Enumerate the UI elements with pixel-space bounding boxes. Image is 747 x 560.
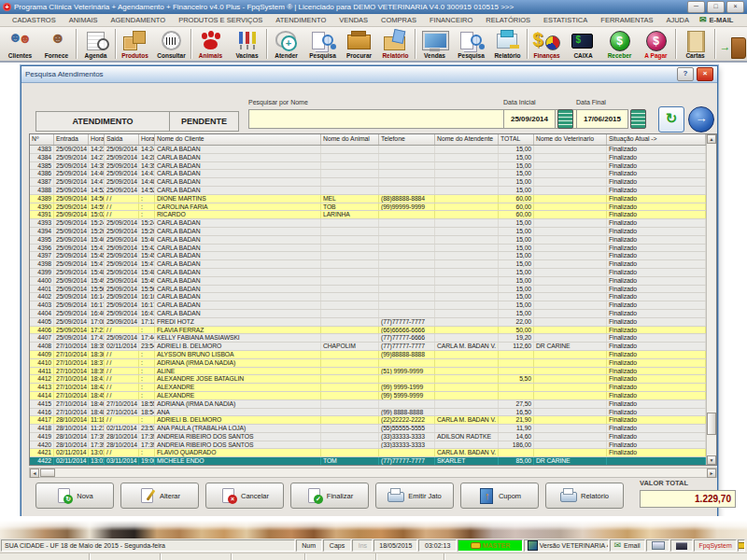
table-row[interactable]: 438525/09/201414:3525/09/201414:35CARLA … (30, 162, 706, 171)
menu-atendimento[interactable]: ATENDIMENTO (269, 16, 332, 24)
column-header[interactable]: Nº (30, 134, 54, 145)
toolbar-procurar-button[interactable]: Procurar (341, 27, 377, 61)
menu-compras[interactable]: COMPRAS (374, 16, 423, 24)
table-row[interactable]: 439425/09/201415:2625/09/201415:26CARLA … (30, 228, 706, 236)
toolbar-relatorio2-button[interactable]: Relatório (489, 27, 526, 61)
calendar-final-button[interactable] (630, 109, 646, 129)
toolbar-receber-button[interactable]: Receber (601, 27, 638, 61)
emitir-button[interactable]: Emitir Jato (375, 483, 454, 509)
hscrollbar-thumb[interactable] (40, 469, 55, 477)
table-row[interactable]: 441828/10/201411:2102/11/201423:53ANA PA… (30, 425, 706, 433)
column-header[interactable]: TOTAL (499, 134, 534, 145)
table-row[interactable]: 441627/10/201418:4827/10/201418:54ANA(99… (30, 409, 706, 417)
toolbar-financas-button[interactable]: Finanças (529, 27, 565, 61)
toolbar-agenda-button[interactable]: Agenda (78, 27, 114, 61)
column-header[interactable]: Nome do Cliente (155, 134, 321, 145)
table-row[interactable]: 439925/09/201415:4825/09/201415:48CARLA … (30, 269, 706, 277)
toolbar-consultar-button[interactable]: Consultar (153, 27, 190, 61)
scroll-down-button[interactable]: ▼ (707, 455, 716, 465)
menu-agendamento[interactable]: AGENDAMENTO (105, 16, 173, 24)
column-header[interactable]: Saida (105, 134, 139, 145)
table-row[interactable]: 441127/10/201418:39/ /:ALINE(51) 9999-99… (30, 368, 706, 376)
table-row[interactable]: 439325/09/201415:2425/09/201415:24CARLA … (30, 219, 706, 228)
menu-vendas[interactable]: VENDAS (332, 16, 374, 24)
refresh-button[interactable]: ↻ (658, 106, 684, 133)
menu-email[interactable]: E-MAIL (696, 16, 733, 24)
scroll-right-button[interactable]: ► (707, 469, 716, 478)
vertical-scrollbar[interactable]: ▲ ▼ (706, 134, 716, 465)
table-row[interactable]: 439625/09/201415:4125/09/201415:42CARLA … (30, 245, 706, 253)
table-row[interactable]: 440225/09/201416:1425/09/201416:16CARLA … (30, 293, 706, 301)
table-row[interactable]: 439025/09/201414:59/ /:CAROLINA FARIATOB… (30, 203, 706, 212)
cupom-button[interactable]: Cupom (460, 483, 539, 509)
menu-cadastros[interactable]: CADASTROS (6, 16, 63, 24)
window-close-button[interactable]: × (697, 67, 713, 81)
table-row[interactable]: 439725/09/201415:4525/09/201415:45CARLA … (30, 252, 706, 260)
column-header[interactable]: Nome do Veterinario (534, 134, 607, 145)
table-row[interactable]: 440525/09/201417:0825/09/201417:12FREDI … (30, 318, 706, 327)
status-network[interactable] (670, 539, 693, 552)
alterar-button[interactable]: Alterar (120, 483, 199, 509)
hscroll-track[interactable] (55, 469, 707, 477)
toolbar-atender-button[interactable]: Atender (268, 27, 304, 61)
column-header[interactable]: Nome do Atendente (435, 134, 499, 145)
table-row[interactable]: 438725/09/201414:4725/09/201414:48CARLA … (30, 178, 706, 187)
column-header[interactable]: Entrada (54, 134, 89, 145)
minimize-button[interactable]: ─ (687, 1, 705, 13)
table-row[interactable]: 441527/10/201418:4627/10/201418:55ADRIAN… (30, 400, 706, 409)
menu-ajuda[interactable]: AJUDA (659, 16, 696, 24)
column-header[interactable]: Hora (139, 134, 155, 145)
go-button[interactable]: → (688, 106, 714, 133)
menu-financeiro[interactable]: FINANCEIRO (423, 16, 479, 24)
data-final-input[interactable]: 17/06/2015 (576, 109, 628, 129)
toolbar-vendas-button[interactable]: Vendas (416, 27, 453, 61)
toolbar-exit-button[interactable] (716, 27, 747, 61)
toolbar-pesquisa-button[interactable]: Pesquisa (304, 27, 341, 61)
table-row[interactable]: 439125/09/201415:02/ /:RICARDOLARINHA60,… (30, 211, 706, 219)
nova-button[interactable]: Nova (35, 483, 114, 509)
table-row[interactable]: 438325/09/201414:2325/09/201414:24CARLA … (30, 146, 706, 154)
table-row[interactable]: 440927/10/201418:36/ /:ALYSSON BRUNO LIS… (30, 351, 706, 359)
calendar-inicial-button[interactable] (557, 109, 573, 129)
finalizar-button[interactable]: Finalizar (290, 483, 369, 509)
table-row[interactable]: 442102/11/201413:01/ /:FLAVIO QUADRADOCA… (30, 449, 706, 457)
table-row[interactable]: 440827/10/201418:3502/11/201423:54ADRIEL… (30, 343, 706, 351)
toolbar-animais-button[interactable]: Animais (192, 27, 229, 61)
menu-estatistica[interactable]: ESTATISTICA (537, 16, 594, 24)
column-header[interactable]: Situação Atual -> (607, 134, 706, 145)
table-row[interactable]: 438825/09/201414:5225/09/201414:52CARLA … (30, 187, 706, 195)
menu-produtos-e-servicos[interactable]: PRODUTOS E SERVIÇOS (172, 16, 269, 24)
status-email[interactable]: Email (610, 539, 645, 552)
filter-pendente[interactable]: PENDENTE (169, 111, 239, 132)
vscrollbar-thumb[interactable] (707, 413, 716, 435)
table-row[interactable]: 441327/10/201418:42/ /:ALEXANDRE(99) 999… (30, 384, 706, 392)
toolbar-caixa-button[interactable]: CAIXA (565, 27, 601, 61)
table-row[interactable]: 440025/09/201415:4925/09/201415:49CARLA … (30, 277, 706, 286)
table-row[interactable]: 439825/09/201415:4725/09/201415:47CARLA … (30, 260, 706, 269)
table-row[interactable]: 438425/09/201414:2725/09/201414:28CARLA … (30, 154, 706, 162)
status-printer[interactable] (646, 539, 669, 552)
table-row[interactable]: 440625/09/201417:21/ /:FLAVIA FERRAZ(66)… (30, 327, 706, 335)
cancelar-button[interactable]: Cancelar (205, 483, 284, 509)
horizontal-scrollbar[interactable]: ◄ ► (29, 468, 717, 478)
toolbar-cartas-button[interactable]: Cartas (677, 27, 713, 61)
toolbar-vacinas-button[interactable]: Vacinas (229, 27, 265, 61)
restore-button[interactable]: □ (707, 1, 725, 13)
scroll-up-button[interactable]: ▲ (707, 134, 716, 144)
table-row[interactable]: 440425/09/201416:4025/09/201416:41CARLA … (30, 310, 706, 318)
table-row[interactable]: 441227/10/201418:41/ /:ALEXANDRE JOSE BA… (30, 375, 706, 384)
table-row[interactable]: 442202/11/201413:0103/11/201419:00MICHEL… (30, 457, 706, 466)
table-row[interactable]: 441928/10/201417:3928/10/201417:39ANDREI… (30, 433, 706, 441)
toolbar-clientes-button[interactable]: Clientes (2, 27, 38, 61)
filter-atendimento[interactable]: ATENDIMENTO (35, 111, 170, 132)
table-row[interactable]: 440125/09/201415:5625/09/201415:56CARLA … (30, 286, 706, 294)
toolbar-apagar-button[interactable]: A Pagar (638, 27, 674, 61)
table-row[interactable]: 440325/09/201416:1725/09/201416:17CARLA … (30, 301, 706, 310)
column-header[interactable]: Nome do Animal (321, 134, 379, 145)
table-row[interactable]: 441728/10/201411:18/ /:ADRIELI B. DELMOR… (30, 416, 706, 425)
toolbar-produtos-button[interactable]: Produtos (117, 27, 153, 61)
scroll-left-button[interactable]: ◄ (30, 469, 39, 478)
toolbar-fornece-button[interactable]: Fornece (38, 27, 75, 61)
window-titlebar[interactable]: Pesquisa Atendimentos ? × (21, 66, 717, 83)
table-row[interactable]: 438625/09/201414:4025/09/201414:41CARLA … (30, 170, 706, 178)
